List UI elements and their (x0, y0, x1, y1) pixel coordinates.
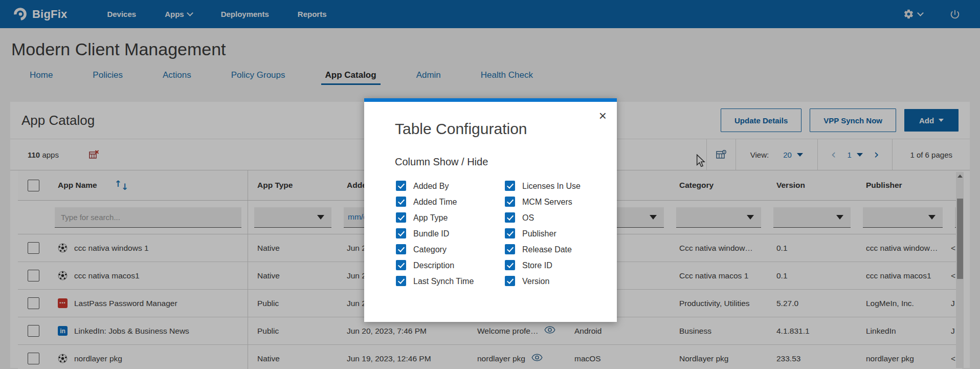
checked-checkbox[interactable] (396, 181, 406, 191)
column-toggle-os[interactable]: OS (505, 212, 622, 224)
column-toggle-description[interactable]: Description (396, 259, 505, 272)
column-toggle-list: Added ByAdded TimeApp TypeBundle IDCateg… (396, 180, 617, 288)
checked-checkbox[interactable] (505, 197, 515, 207)
column-toggle-category[interactable]: Category (396, 244, 505, 256)
close-icon[interactable]: × (599, 109, 607, 122)
checked-checkbox[interactable] (396, 260, 406, 270)
modal-title: Table Configuration (395, 120, 617, 138)
checked-checkbox[interactable] (505, 228, 515, 238)
checked-checkbox[interactable] (396, 228, 406, 238)
table-configuration-modal: × Table Configuration Column Show / Hide… (364, 98, 617, 322)
checked-checkbox[interactable] (396, 244, 406, 254)
column-toggle-publisher[interactable]: Publisher (505, 228, 622, 240)
checked-checkbox[interactable] (505, 260, 515, 270)
column-toggle-licenses-in-use[interactable]: Licenses In Use (505, 180, 622, 192)
checked-checkbox[interactable] (396, 197, 406, 207)
column-toggle-store-id[interactable]: Store ID (505, 259, 622, 272)
checked-checkbox[interactable] (505, 181, 515, 191)
column-toggle-release-date[interactable]: Release Date (505, 244, 622, 256)
checked-checkbox[interactable] (396, 212, 406, 223)
checked-checkbox[interactable] (396, 276, 406, 286)
column-toggle-app-type[interactable]: App Type (396, 212, 505, 224)
checked-checkbox[interactable] (505, 276, 515, 286)
checked-checkbox[interactable] (505, 212, 515, 223)
column-toggle-version[interactable]: Version (505, 275, 622, 288)
column-toggle-bundle-id[interactable]: Bundle ID (396, 228, 505, 240)
modal-subtitle: Column Show / Hide (395, 156, 617, 168)
column-toggle-added-by[interactable]: Added By (396, 180, 505, 192)
column-toggle-last-synch-time[interactable]: Last Synch Time (396, 275, 505, 288)
column-toggle-mcm-servers[interactable]: MCM Servers (505, 196, 622, 208)
checked-checkbox[interactable] (505, 244, 515, 254)
column-toggle-added-time[interactable]: Added Time (396, 196, 505, 208)
